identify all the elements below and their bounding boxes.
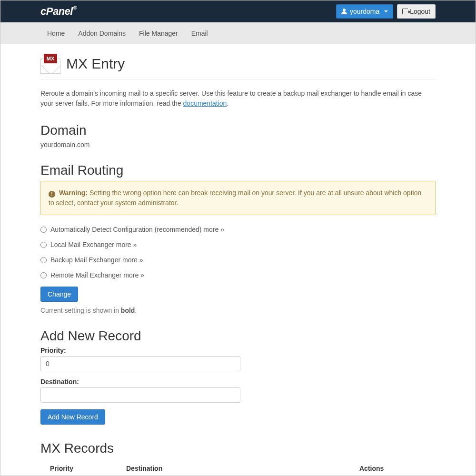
logout-icon [402,9,408,14]
col-destination: Destination [126,465,359,472]
user-menu-button[interactable]: yourdoma [336,4,393,19]
user-icon [341,9,347,14]
priority-input[interactable] [40,356,240,371]
warning-label: Warning: [59,189,88,197]
routing-hint: Current setting is shown in bold. [40,307,436,314]
routing-radio-backup[interactable] [40,257,47,263]
nav-home[interactable]: Home [40,22,71,44]
warning-text: Setting the wrong option here can break … [49,189,421,207]
col-actions: Actions [359,465,436,472]
documentation-link[interactable]: documentation [183,99,227,107]
logout-button[interactable]: Logout [397,4,436,19]
mx-entry-icon: MX [40,54,60,74]
destination-label: Destination: [40,378,436,386]
caret-down-icon [384,10,388,12]
warning-icon: ! [49,191,55,198]
header-bar: Panel® yourdoma Logout [0,0,476,22]
warning-box: ! Warning: Setting the wrong option here… [40,181,436,215]
domain-value: yourdomain.com [40,141,436,149]
routing-label-remote[interactable]: Remote Mail Exchanger more » [50,271,144,279]
routing-label-backup[interactable]: Backup Mail Exchanger more » [50,256,143,264]
add-record-heading: Add New Record [40,328,436,344]
intro-text: Reroute a domain's incoming mail to a sp… [40,89,436,109]
routing-radio-remote[interactable] [40,272,47,278]
routing-radio-auto[interactable] [40,227,47,233]
user-name: yourdoma [350,8,379,15]
add-new-record-button[interactable]: Add New Record [40,409,105,425]
priority-label: Priority: [40,347,436,354]
change-button[interactable]: Change [40,287,78,302]
destination-input[interactable] [40,387,240,403]
domain-heading: Domain [40,123,436,138]
mx-records-table-header: Priority Destination Actions [40,461,436,472]
nav-bar: Home Addon Domains File Manager Email [0,22,476,44]
logout-label: Logout [410,8,430,15]
col-priority: Priority [40,465,126,472]
mx-records-heading: MX Records [40,441,436,456]
routing-radio-local[interactable] [40,242,47,248]
routing-label-auto[interactable]: Automatically Detect Configuration (reco… [50,226,224,233]
nav-email[interactable]: Email [185,22,215,44]
cpanel-logo[interactable]: Panel® [40,5,77,18]
nav-file-manager[interactable]: File Manager [132,22,185,44]
routing-label-local[interactable]: Local Mail Exchanger more » [50,241,137,248]
nav-addon-domains[interactable]: Addon Domains [71,22,132,44]
page-title: MX Entry [66,56,125,72]
email-routing-heading: Email Routing [40,163,436,178]
